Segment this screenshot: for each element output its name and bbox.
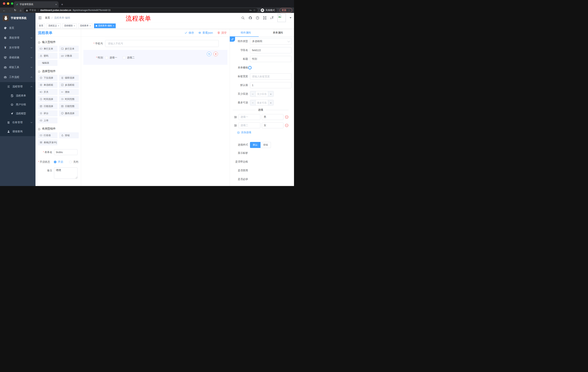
max-select-input[interactable]: [256, 100, 268, 105]
palette-item-multi-line-text[interactable]: 多行文本: [59, 46, 79, 52]
github-icon[interactable]: [249, 16, 252, 20]
palette-item-checkbox-group[interactable]: 多选框组: [59, 82, 79, 88]
style-button-button[interactable]: 按钮: [261, 142, 271, 148]
clear-button[interactable]: 清空: [217, 31, 227, 35]
field-name-input[interactable]: [250, 47, 292, 53]
copy-component-button[interactable]: [207, 52, 211, 56]
checkbox-option-1[interactable]: 选项一: [105, 56, 117, 59]
palette-item-select[interactable]: 下拉选择: [38, 75, 57, 81]
palette-item-switch[interactable]: 开关: [38, 89, 57, 95]
browser-update-button[interactable]: 更新 ⋮: [280, 8, 292, 12]
default-value-input[interactable]: [250, 82, 292, 88]
palette-item-time-range[interactable]: 时间范围: [59, 96, 79, 102]
palette-item-editor[interactable]: 编辑器: [38, 60, 57, 66]
stepper-decrease-button[interactable]: −: [250, 91, 256, 97]
tag-close-icon[interactable]: ×: [74, 25, 75, 27]
palette-item-row-container[interactable]: 行容器: [38, 132, 57, 138]
zoom-window-button[interactable]: [11, 2, 13, 5]
drag-handle-icon[interactable]: [234, 124, 237, 127]
new-tab-button[interactable]: +: [61, 2, 63, 7]
remove-option-icon[interactable]: [285, 115, 289, 119]
browser-tab[interactable]: 芋道管理系统 ×: [14, 1, 59, 8]
sidebar-item-user-group[interactable]: 用户分组: [0, 100, 35, 109]
palette-item-table[interactable]: 表格[开发中]: [38, 139, 57, 145]
title-input[interactable]: [250, 56, 292, 62]
forward-button[interactable]: →: [7, 9, 12, 12]
min-select-input[interactable]: [256, 91, 268, 97]
tag-close-icon[interactable]: ×: [58, 25, 59, 27]
canvas-field-gender-selected[interactable]: *性别 选项一 选项二: [83, 50, 227, 65]
password-key-icon[interactable]: [249, 9, 252, 12]
security-label[interactable]: 不安全: [29, 9, 36, 12]
stepper-increase-button[interactable]: +: [268, 100, 273, 105]
sidebar-item-infrastructure[interactable]: 基础设施: [0, 53, 35, 63]
tab-close-icon[interactable]: ×: [55, 3, 57, 6]
palette-item-single-line-text[interactable]: 单行文本: [38, 46, 57, 52]
option-value-input[interactable]: [262, 114, 284, 120]
remove-option-icon[interactable]: [285, 124, 289, 127]
option-label-input[interactable]: [239, 114, 260, 120]
bookmark-star-icon[interactable]: ☆: [253, 9, 256, 12]
reload-button[interactable]: ↻: [13, 9, 18, 12]
sidebar-item-process-form[interactable]: 流程表单: [0, 91, 35, 100]
sidebar-item-system[interactable]: 系统管理: [0, 33, 35, 43]
palette-item-counter[interactable]: 123计数器: [59, 53, 79, 59]
avatar[interactable]: [277, 14, 286, 22]
update-label[interactable]: 更新: [282, 9, 286, 12]
phone-input[interactable]: [105, 40, 219, 47]
sidebar-item-home[interactable]: 首页: [0, 23, 35, 33]
tag-close-icon[interactable]: ×: [113, 25, 114, 27]
checkbox-icon[interactable]: [123, 56, 126, 59]
component-type-select[interactable]: 多选框组: [250, 38, 292, 45]
view-json-button[interactable]: 查看json: [198, 31, 213, 35]
sidebar-item-leave-query[interactable]: 请假查询: [0, 127, 35, 136]
home-button[interactable]: ⌂: [18, 9, 23, 12]
form-name-input[interactable]: [54, 149, 77, 155]
palette-item-password[interactable]: 密码: [38, 53, 57, 59]
sidebar-item-task-management[interactable]: 任务管理: [0, 118, 35, 127]
macos-traffic-lights[interactable]: [3, 2, 13, 5]
palette-item-color-picker[interactable]: 颜色选择: [59, 110, 79, 116]
search-icon[interactable]: [241, 16, 245, 20]
tag-process-definition[interactable]: 流程定义×: [47, 23, 61, 28]
radio-on-label[interactable]: 开启: [58, 160, 63, 164]
add-option-button[interactable]: 添加选项: [237, 131, 292, 134]
sidebar-item-devtools[interactable]: 研发工具: [0, 63, 35, 72]
minimize-window-button[interactable]: [7, 2, 9, 5]
tab-component-props[interactable]: 组件属性: [230, 29, 262, 37]
palette-item-date-range[interactable]: 日期范围: [59, 103, 79, 109]
avatar-caret-icon[interactable]: [290, 17, 292, 18]
browser-menu-kebab-icon[interactable]: ⋮: [288, 9, 290, 12]
breadcrumb-home[interactable]: 首页: [45, 16, 50, 20]
sidebar-item-process-management[interactable]: 流程管理: [0, 82, 35, 91]
palette-item-time-picker[interactable]: 时间选择: [38, 96, 57, 102]
slider-handle[interactable]: [248, 66, 252, 70]
close-window-button[interactable]: [3, 2, 5, 5]
palette-item-radio-group[interactable]: 单选框组: [38, 82, 57, 88]
tag-close-icon[interactable]: ×: [90, 25, 91, 27]
palette-item-rate[interactable]: 评分: [38, 110, 57, 116]
canvas-field-phone[interactable]: *手机号: [83, 40, 219, 47]
tag-process-model[interactable]: 流程模型×: [63, 23, 77, 28]
tag-process-form-edit[interactable]: 流程表单-编辑×: [94, 23, 116, 28]
option-value-input[interactable]: [262, 122, 284, 128]
tag-process-form[interactable]: 流程表单×: [78, 23, 92, 28]
drag-handle-icon[interactable]: [234, 116, 237, 119]
radio-on[interactable]: [54, 161, 56, 163]
radio-off[interactable]: [69, 161, 72, 163]
checkbox-option-2[interactable]: 选项二: [123, 56, 135, 59]
delete-component-button[interactable]: [213, 52, 218, 56]
palette-item-cascader[interactable]: 级联选择: [59, 75, 79, 81]
palette-item-upload[interactable]: 上传: [38, 117, 57, 123]
label-width-input[interactable]: [250, 73, 292, 80]
stepper-decrease-button[interactable]: −: [250, 100, 256, 105]
sidebar-item-process-model[interactable]: 流程模型: [0, 109, 35, 118]
fullscreen-icon[interactable]: [263, 16, 266, 20]
tag-home[interactable]: 首页: [37, 23, 45, 28]
form-remark-textarea[interactable]: 嘿嘿: [54, 167, 77, 179]
option-label-input[interactable]: [239, 122, 260, 128]
back-button[interactable]: ←: [2, 9, 7, 12]
sidebar-collapse-icon[interactable]: [38, 16, 42, 20]
sidebar-item-workflow[interactable]: 工作流程: [0, 72, 35, 82]
stepper-increase-button[interactable]: +: [268, 91, 273, 97]
